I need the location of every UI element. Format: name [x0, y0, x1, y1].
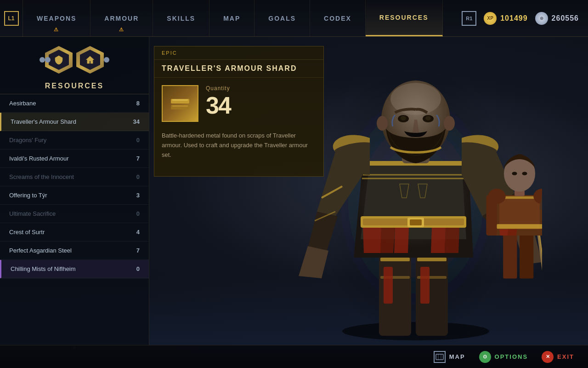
- resource-item-ivaldis[interactable]: Ivaldi's Rusted Armour 7: [0, 150, 149, 168]
- item-icon-box: [162, 85, 198, 122]
- tab-skills-label: SKILLS: [167, 15, 195, 22]
- tab-map-label: MAP: [223, 15, 240, 22]
- resource-item-chilling[interactable]: Chilling Mists of Niflheim 0: [0, 260, 149, 278]
- svg-point-21: [401, 116, 406, 121]
- nav-right-stats: R1 XP 101499 ⊕ 260556: [452, 11, 588, 26]
- tab-resources-label: RESOURCES: [379, 14, 429, 21]
- resource-name-ultimate: Ultimate Sacrifice: [9, 210, 56, 217]
- resource-item-asgardian[interactable]: Perfect Asgardian Steel 7: [0, 242, 149, 260]
- svg-rect-4: [380, 258, 410, 261]
- resource-name-ivaldis: Ivaldi's Rusted Armour: [9, 155, 69, 162]
- tab-codex-label: CODEX: [324, 15, 351, 22]
- resource-count-chilling: 0: [136, 265, 140, 272]
- resource-count-ivaldis: 7: [136, 155, 140, 162]
- panel-icon-row: [0, 37, 149, 78]
- nav-left-trigger[interactable]: L1: [0, 0, 23, 37]
- resource-item-surtr[interactable]: Crest of Surtr 4: [0, 223, 149, 242]
- map-label: MAP: [449, 353, 465, 360]
- resource-name-screams: Screams of the Innocent: [9, 173, 74, 180]
- options-button-icon: ⊙: [479, 351, 491, 363]
- navbar: L1 WEAPONS ⚠ ARMOUR ⚠ SKILLS MAP GOALS C…: [0, 0, 588, 37]
- nav-tabs: WEAPONS ⚠ ARMOUR ⚠ SKILLS MAP GOALS CODE…: [23, 0, 452, 36]
- map-button-icon: [434, 351, 446, 363]
- tab-weapons-label: WEAPONS: [37, 15, 76, 22]
- l1-icon: L1: [4, 11, 19, 26]
- svg-rect-5: [417, 258, 447, 261]
- svg-point-34: [512, 172, 517, 175]
- svg-rect-25: [503, 233, 517, 279]
- resource-item-aesirbane[interactable]: Aesirbane 8: [0, 94, 149, 113]
- tab-goals[interactable]: GOALS: [254, 0, 310, 36]
- hs-value: 260556: [552, 14, 579, 23]
- weapons-warning-icon: ⚠: [54, 27, 59, 33]
- svg-point-22: [425, 116, 431, 121]
- tab-armour[interactable]: ARMOUR ⚠: [90, 0, 153, 36]
- tab-codex[interactable]: CODEX: [310, 0, 366, 36]
- svg-point-35: [522, 172, 527, 175]
- svg-rect-13: [410, 219, 422, 225]
- resource-count-offering: 3: [136, 192, 140, 199]
- tab-resources[interactable]: RESOURCES: [366, 0, 443, 36]
- quantity-section: Quantity 34: [206, 85, 231, 117]
- svg-point-24: [444, 116, 455, 131]
- svg-rect-40: [497, 224, 543, 229]
- bottom-action-exit[interactable]: ✕ EXIT: [542, 351, 574, 363]
- bottom-action-map[interactable]: MAP: [434, 351, 465, 363]
- kratos-figure: [289, 18, 542, 340]
- svg-rect-30: [486, 195, 497, 236]
- resource-name-travellers: Traveller's Armour Shard: [11, 118, 76, 125]
- resource-name-asgardian: Perfect Asgardian Steel: [9, 247, 72, 254]
- svg-point-23: [377, 116, 388, 131]
- hs-display: ⊕ 260556: [535, 12, 579, 25]
- detail-top-row: Quantity 34: [162, 85, 316, 122]
- detail-description: Battle-hardened metal found on scraps of…: [162, 131, 316, 160]
- item-icon-inner: [169, 92, 192, 115]
- craft-svg: [85, 55, 95, 65]
- bottom-bar: MAP ⊙ OPTIONS ✕ EXIT: [0, 345, 588, 368]
- svg-rect-44: [172, 105, 188, 107]
- svg-rect-9: [420, 267, 430, 304]
- left-panel: RESOURCES Aesirbane 8 Traveller's Armour…: [0, 37, 149, 354]
- resource-item-dragons-fury[interactable]: Dragons' Fury 0: [0, 131, 149, 150]
- svg-rect-26: [520, 233, 533, 279]
- quantity-value: 34: [206, 93, 231, 117]
- quantity-label: Quantity: [206, 85, 231, 92]
- resource-item-offering[interactable]: Offering to Týr 3: [0, 186, 149, 205]
- xp-display: XP 101499: [484, 12, 527, 25]
- resource-count-ultimate: 0: [136, 210, 140, 217]
- resource-item-travellers[interactable]: Traveller's Armour Shard 34: [0, 113, 149, 131]
- resource-name-offering: Offering to Týr: [9, 192, 47, 199]
- epic-label: EPIC: [154, 46, 323, 60]
- tab-armour-label: ARMOUR: [104, 15, 139, 22]
- options-label: OPTIONS: [495, 353, 528, 360]
- bottom-action-options[interactable]: ⊙ OPTIONS: [479, 351, 528, 363]
- resource-count-travellers: 34: [133, 118, 140, 125]
- xp-value: 101499: [500, 14, 527, 23]
- detail-title: TRAVELLER'S ARMOUR SHARD: [154, 60, 323, 78]
- panel-icon-craft: [76, 46, 104, 74]
- map-icon-svg: [435, 354, 444, 360]
- resource-item-ultimate[interactable]: Ultimate Sacrifice 0: [0, 205, 149, 223]
- resource-name-surtr: Crest of Surtr: [9, 229, 45, 236]
- exit-label: EXIT: [557, 353, 574, 360]
- armour-warning-icon: ⚠: [119, 27, 124, 33]
- dot-right: [104, 57, 109, 63]
- dot-left: [40, 57, 45, 63]
- detail-panel: EPIC TRAVELLER'S ARMOUR SHARD Quantity 3…: [154, 46, 324, 177]
- tab-skills[interactable]: SKILLS: [153, 0, 209, 36]
- resource-name-aesirbane: Aesirbane: [9, 100, 36, 107]
- resource-count-surtr: 4: [136, 229, 140, 236]
- panel-title-section: RESOURCES: [0, 78, 149, 94]
- exit-button-icon: ✕: [542, 351, 554, 363]
- item-icon-svg: [169, 92, 192, 115]
- dot-center: [45, 57, 51, 63]
- tab-goals-label: GOALS: [268, 15, 296, 22]
- resource-name-chilling: Chilling Mists of Niflheim: [11, 265, 76, 272]
- resources-list[interactable]: Aesirbane 8 Traveller's Armour Shard 34 …: [0, 94, 149, 341]
- svg-rect-43: [172, 99, 188, 101]
- resource-item-screams[interactable]: Screams of the Innocent 0: [0, 168, 149, 186]
- tab-weapons[interactable]: WEAPONS ⚠: [23, 0, 90, 36]
- svg-rect-8: [384, 267, 393, 304]
- tab-map[interactable]: MAP: [209, 0, 254, 36]
- r1-icon: R1: [462, 11, 476, 26]
